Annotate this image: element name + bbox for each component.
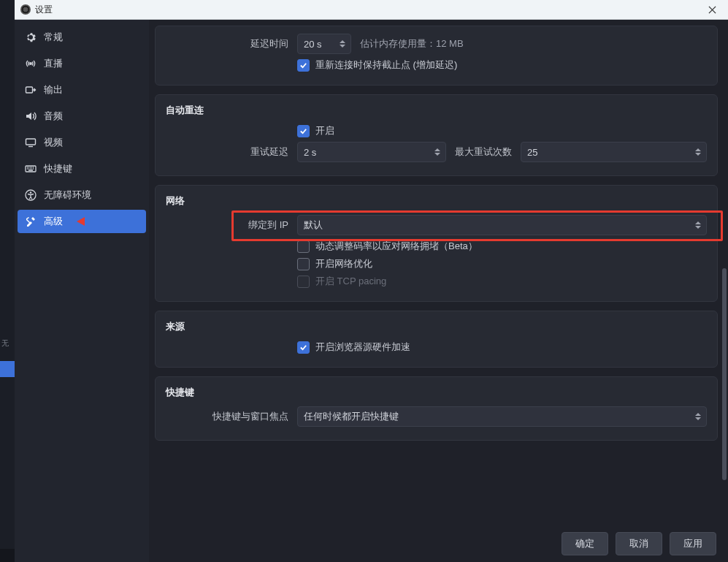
max-retries-value: 25 (527, 147, 537, 158)
panel-auto-reconnect: 自动重连 开启 重试延迟 2 s 最大重 (155, 94, 718, 176)
preserve-cutoff-label: 重新连接时保持截止点 (增加延迟) (315, 58, 457, 72)
apply-button[interactable]: 应用 (670, 532, 716, 555)
retry-delay-label: 重试延迟 (166, 145, 288, 159)
spinner-caret-icon (693, 143, 703, 162)
sidebar-item-stream[interactable]: 直播 (18, 52, 146, 75)
sidebar: 常规 直播 输出 音频 视频 快捷键 (15, 20, 149, 562)
browser-hw-label: 开启浏览器源硬件加速 (315, 341, 410, 354)
window-title: 设置 (35, 4, 697, 16)
retry-delay-spinner[interactable]: 2 s (297, 142, 446, 162)
sidebar-item-accessibility[interactable]: 无障碍环境 (18, 183, 146, 207)
accessibility-icon (25, 189, 37, 201)
spinner-caret-icon (337, 34, 348, 53)
sidebar-item-output[interactable]: 输出 (18, 78, 146, 102)
sidebar-item-label: 视频 (44, 136, 63, 149)
sidebar-item-label: 高级 (44, 215, 63, 228)
output-icon (25, 84, 37, 96)
sidebar-item-label: 直播 (44, 57, 63, 70)
dyn-bitrate-label: 动态调整码率以应对网络拥堵（Beta） (315, 240, 478, 253)
preserve-cutoff-checkbox[interactable]: 重新连接时保持截止点 (增加延迟) (297, 58, 457, 72)
vertical-scrollbar[interactable] (722, 268, 727, 480)
svg-rect-5 (26, 139, 36, 145)
settings-window: 设置 常规 直播 输出 音频 视频 (15, 0, 728, 562)
hotkey-focus-label: 快捷键与窗口焦点 (166, 410, 288, 423)
antenna-icon (25, 58, 37, 69)
svg-point-8 (30, 191, 32, 194)
sidebar-item-label: 快捷键 (44, 162, 72, 175)
reconnect-enable-checkbox[interactable]: 开启 (297, 124, 334, 137)
dialog-footer: 确定 取消 应用 (149, 525, 728, 562)
sidebar-item-general[interactable]: 常规 (18, 26, 146, 49)
speaker-icon (25, 110, 37, 122)
tools-icon (25, 216, 37, 227)
scroll-area: 延迟时间 20 s 估计内存使用量：12 MB 重新连接 (149, 20, 728, 525)
panel-title: 网络 (166, 194, 707, 208)
panel-title: 自动重连 (166, 104, 707, 117)
reconnect-enable-label: 开启 (315, 124, 334, 137)
ok-button[interactable]: 确定 (562, 532, 608, 555)
panel-sources: 来源 开启浏览器源硬件加速 (155, 311, 718, 368)
monitor-icon (25, 137, 37, 148)
panel-stream-delay-tail: 延迟时间 20 s 估计内存使用量：12 MB 重新连接 (155, 26, 718, 86)
select-caret-icon (693, 216, 703, 235)
keyboard-icon (25, 163, 37, 175)
panel-title: 快捷键 (166, 386, 707, 399)
max-retries-spinner[interactable]: 25 (521, 142, 707, 162)
gear-icon (25, 31, 37, 43)
sidebar-item-label: 无障碍环境 (44, 189, 91, 202)
mem-estimate-text: 估计内存使用量：12 MB (360, 37, 464, 50)
svg-point-3 (30, 63, 31, 64)
retry-delay-value: 2 s (304, 147, 316, 158)
bind-ip-select[interactable]: 默认 (297, 215, 707, 235)
tcp-pacing-label: 开启 TCP pacing (315, 275, 386, 288)
sidebar-item-label: 音频 (44, 110, 63, 123)
panel-title: 来源 (166, 320, 707, 333)
annotation-arrow-icon (74, 215, 140, 228)
bind-ip-label: 绑定到 IP (166, 219, 288, 232)
max-retries-label: 最大重试次数 (455, 145, 512, 159)
background-window-strip: 无 (0, 0, 15, 562)
delay-time-spinner[interactable]: 20 s (297, 34, 351, 54)
tcp-pacing-checkbox: 开启 TCP pacing (297, 275, 386, 288)
panel-hotkeys: 快捷键 快捷键与窗口焦点 任何时候都开启快捷键 (155, 376, 718, 441)
dyn-bitrate-checkbox[interactable]: 动态调整码率以应对网络拥堵（Beta） (297, 240, 478, 253)
obs-logo-icon (20, 4, 31, 15)
main-content: 延迟时间 20 s 估计内存使用量：12 MB 重新连接 (149, 20, 728, 562)
bind-ip-value: 默认 (304, 219, 323, 232)
delay-time-value: 20 s (304, 39, 322, 50)
select-caret-icon (693, 407, 703, 426)
bg-peek-label: 无 (1, 338, 9, 349)
svg-rect-4 (26, 87, 33, 93)
close-icon (708, 6, 716, 14)
sidebar-item-label: 输出 (44, 83, 63, 96)
net-opt-label: 开启网络优化 (315, 257, 372, 270)
bg-peek-selection (0, 361, 15, 377)
titlebar: 设置 (15, 0, 728, 20)
close-button[interactable] (702, 0, 722, 19)
hotkey-focus-value: 任何时候都开启快捷键 (304, 410, 399, 423)
spinner-caret-icon (432, 143, 442, 162)
sidebar-item-advanced[interactable]: 高级 (18, 210, 146, 233)
sidebar-item-hotkeys[interactable]: 快捷键 (18, 157, 146, 181)
browser-hw-checkbox[interactable]: 开启浏览器源硬件加速 (297, 341, 410, 354)
sidebar-item-video[interactable]: 视频 (18, 131, 146, 154)
cancel-button[interactable]: 取消 (616, 532, 662, 555)
panel-network: 网络 绑定到 IP 默认 动态调整码率以应对网络拥堵（Beta） (155, 185, 718, 302)
hotkey-focus-select[interactable]: 任何时候都开启快捷键 (297, 406, 707, 427)
sidebar-item-label: 常规 (44, 31, 63, 44)
net-opt-checkbox[interactable]: 开启网络优化 (297, 257, 372, 270)
delay-time-label: 延迟时间 (166, 37, 288, 50)
sidebar-item-audio[interactable]: 音频 (18, 105, 146, 128)
